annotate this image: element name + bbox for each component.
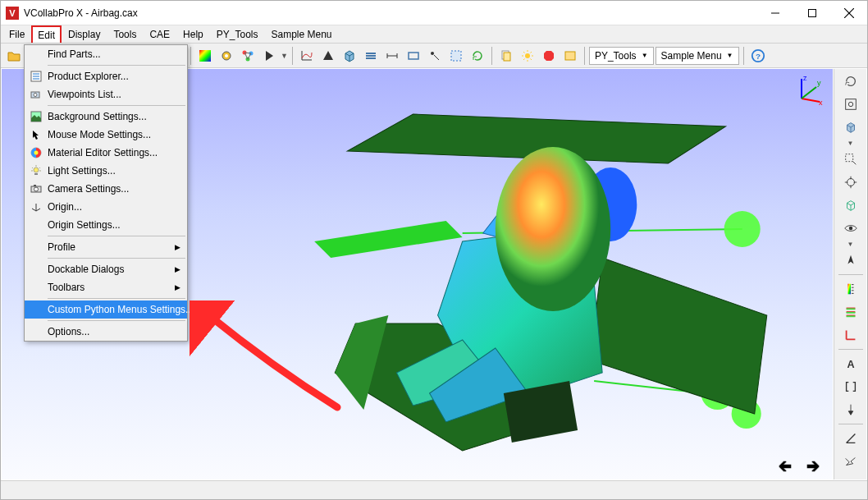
svg-point-41 — [847, 179, 854, 186]
zoom-box-icon[interactable] — [839, 149, 862, 170]
rotate-icon[interactable] — [839, 71, 862, 92]
menu-sample[interactable]: Sample Menu — [264, 25, 338, 43]
folder2-icon[interactable] — [560, 46, 580, 66]
menu-origin[interactable]: Origin... — [25, 198, 187, 216]
svg-text:A: A — [847, 359, 854, 370]
axes-triad: z y x — [792, 74, 825, 107]
svg-point-22 — [724, 211, 761, 247]
svg-line-37 — [802, 87, 816, 99]
toolbar-pytools-combo[interactable]: PY_Tools▼ — [589, 47, 654, 65]
dot-tool-icon[interactable] — [425, 46, 445, 66]
brackets-icon[interactable] — [839, 376, 862, 397]
axis-x-label: x — [819, 99, 823, 107]
selection-icon[interactable] — [446, 46, 466, 66]
menu-help[interactable]: Help — [176, 25, 210, 43]
layers-icon[interactable] — [361, 46, 381, 66]
svg-line-36 — [802, 99, 820, 102]
cube-wire-icon[interactable] — [839, 195, 862, 216]
eye-icon[interactable] — [839, 218, 862, 239]
svg-rect-40 — [845, 154, 852, 162]
toolbar-sample-combo[interactable]: Sample Menu▼ — [656, 47, 739, 65]
stop-icon[interactable] — [539, 46, 559, 66]
svg-rect-15 — [504, 53, 510, 61]
edit-menu-dropdown: Find Parts... Product Explorer... Viewpo… — [24, 44, 188, 342]
width-icon[interactable] — [382, 46, 402, 66]
menu-edit[interactable]: Edit — [31, 25, 62, 43]
triangle-icon[interactable] — [318, 46, 338, 66]
svg-point-50 — [34, 151, 39, 155]
svg-point-16 — [525, 53, 530, 58]
svg-rect-17 — [565, 52, 575, 60]
menu-dockable-dialogs[interactable]: Dockable Dialogs▶ — [25, 260, 187, 278]
axis-red-icon[interactable] — [839, 324, 862, 346]
next-arrow-icon[interactable]: 🡲 — [806, 460, 820, 475]
prev-arrow-icon[interactable]: 🡰 — [779, 460, 792, 475]
angle-icon[interactable] — [839, 428, 862, 449]
menu-profile[interactable]: Profile▶ — [25, 238, 187, 256]
sun-icon[interactable] — [518, 46, 537, 66]
status-bar — [1, 480, 867, 499]
text-icon[interactable]: A — [839, 353, 862, 374]
app-icon: V — [6, 7, 19, 20]
close-button[interactable] — [830, 1, 867, 25]
window-title: VCollabPro X - Airbag.cax — [24, 7, 756, 19]
menu-origin-settings[interactable]: Origin Settings... — [25, 216, 187, 234]
menu-light-settings[interactable]: Light Settings... — [25, 162, 187, 180]
legend-icon[interactable] — [839, 278, 862, 300]
svg-point-39 — [848, 102, 852, 106]
svg-text:?: ? — [755, 51, 760, 60]
cube-shade-icon[interactable] — [839, 117, 862, 138]
zigzag-icon[interactable] — [839, 451, 862, 472]
bars-icon[interactable] — [839, 301, 862, 323]
menu-cae[interactable]: CAE — [143, 25, 176, 43]
menu-mouse-mode-settings[interactable]: Mouse Mode Settings... — [25, 126, 187, 144]
help-icon[interactable]: ? — [748, 46, 768, 66]
menu-product-explorer[interactable]: Product Explorer... — [25, 67, 187, 85]
svg-rect-1 — [808, 9, 815, 16]
minimize-button[interactable] — [756, 1, 793, 25]
box-blue-icon[interactable] — [404, 46, 423, 66]
gear-icon[interactable] — [217, 46, 236, 66]
svg-rect-13 — [451, 51, 461, 61]
menu-viewpoints-list[interactable]: Viewpoints List... — [25, 85, 187, 103]
svg-marker-21 — [314, 221, 463, 258]
copy-icon[interactable] — [496, 46, 516, 66]
play-icon[interactable] — [259, 46, 279, 66]
svg-point-7 — [225, 54, 228, 57]
svg-rect-11 — [409, 53, 418, 59]
pin-icon[interactable] — [839, 399, 862, 420]
target-icon[interactable] — [839, 172, 862, 193]
cube-icon[interactable] — [340, 46, 359, 66]
menu-tools[interactable]: Tools — [107, 25, 143, 43]
svg-point-53 — [34, 187, 39, 191]
molecule-icon[interactable] — [238, 46, 258, 66]
open-icon[interactable] — [4, 46, 24, 66]
right-toolbar: ▼ ▼ A — [834, 69, 866, 479]
menu-toolbars[interactable]: Toolbars▶ — [25, 278, 187, 296]
svg-point-47 — [34, 94, 37, 97]
svg-point-51 — [34, 167, 39, 172]
title-bar: V VCollabPro X - Airbag.cax — [1, 1, 867, 25]
refresh-icon[interactable] — [468, 46, 487, 66]
menu-options[interactable]: Options... — [25, 323, 187, 341]
menu-display[interactable]: Display — [62, 25, 107, 43]
maximize-button[interactable] — [793, 1, 830, 25]
menu-find-parts[interactable]: Find Parts... — [25, 45, 187, 63]
svg-rect-38 — [845, 99, 856, 110]
axis-z-label: z — [803, 74, 807, 82]
graph-icon[interactable] — [297, 46, 317, 66]
menu-pytools[interactable]: PY_Tools — [210, 25, 265, 43]
svg-point-42 — [848, 227, 852, 231]
menu-file[interactable]: File — [2, 25, 31, 43]
svg-rect-5 — [199, 50, 211, 62]
menu-camera-settings[interactable]: Camera Settings... — [25, 180, 187, 198]
menu-material-editor-settings[interactable]: Material Editor Settings... — [25, 144, 187, 162]
menu-background-settings[interactable]: Background Settings... — [25, 108, 187, 126]
menu-bar: File Edit Display Tools CAE Help PY_Tool… — [1, 25, 867, 44]
fit-icon[interactable] — [839, 94, 862, 115]
svg-point-12 — [431, 52, 434, 55]
rainbow-box-icon[interactable] — [195, 46, 215, 66]
svg-point-33 — [496, 147, 610, 311]
menu-custom-python-menus-settings[interactable]: Custom Python Menus Settings... — [25, 300, 187, 319]
north-icon[interactable] — [839, 250, 862, 271]
